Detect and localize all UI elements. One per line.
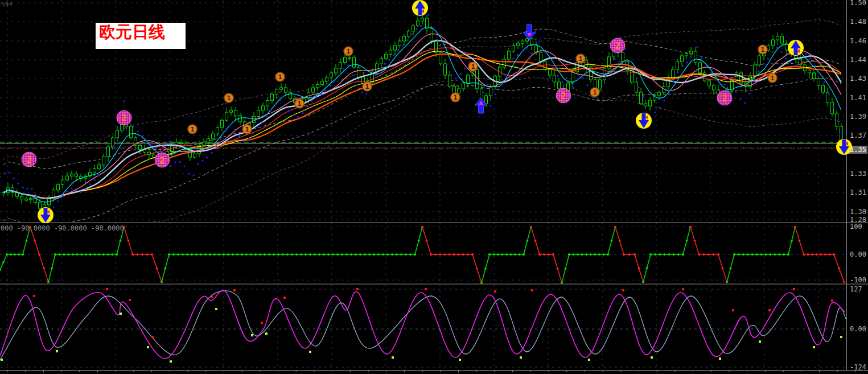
svg-text:1: 1 [245, 126, 249, 133]
semaphore2-dot-icon: 2 [155, 153, 170, 167]
axis-label: 1.37 [850, 131, 866, 139]
buy-semaphore-icon [836, 139, 852, 155]
semaphore1-dot-icon: 1 [224, 93, 233, 102]
axis-label: 1.46 [850, 37, 866, 45]
svg-text:1: 1 [593, 89, 597, 96]
semaphore1-dot-icon: 1 [758, 45, 767, 54]
svg-text:2: 2 [722, 93, 727, 104]
semaphore1-dot-icon: 1 [576, 54, 585, 63]
svg-text:1: 1 [191, 126, 195, 133]
semaphore2-dot-icon: 2 [117, 110, 131, 125]
chart-note-label[interactable]: 欧元日线 [96, 23, 186, 49]
axis-label: -100 [850, 276, 866, 284]
svg-text:2: 2 [615, 41, 620, 51]
axis-label: 1.44 [850, 56, 866, 64]
semaphore1-dot-icon: 1 [768, 73, 777, 83]
axis-label: 1.41 [850, 94, 866, 102]
svg-text:1: 1 [761, 46, 765, 54]
svg-text:1: 1 [771, 75, 775, 82]
semaphore2-dot-icon: 2 [22, 152, 36, 167]
indicator-values-text: 000 -90.0000 -90.0000 -90.0000 [1, 224, 124, 232]
axis-label: 0.00 [850, 325, 866, 333]
axis-label: 1.33 [850, 170, 866, 178]
semaphore1-dot-icon: 1 [242, 125, 252, 134]
svg-text:1: 1 [298, 100, 302, 108]
svg-text:1: 1 [347, 48, 351, 55]
bar-count-text: 594 [1, 1, 13, 8]
chart-canvas[interactable]: 1.501.481.461.441.431.411.391.371.331.31… [0, 0, 868, 374]
axis-label: 1.48 [850, 18, 866, 26]
axis-label: 0.00 [850, 250, 866, 258]
axis-label: 100 [850, 223, 862, 231]
axis-label: 1.43 [850, 75, 866, 83]
semaphore1-dot-icon: 1 [363, 82, 372, 91]
semaphore1-dot-icon: 1 [451, 93, 460, 102]
semaphore1-dot-icon: 1 [344, 47, 353, 56]
svg-text:1: 1 [365, 83, 369, 91]
axis-label: 127 [850, 285, 862, 293]
buy-semaphore-icon [636, 113, 652, 129]
buy-semaphore-icon [38, 207, 54, 223]
svg-text:1: 1 [454, 94, 458, 101]
semaphore1-dot-icon: 1 [295, 99, 304, 108]
svg-text:2: 2 [26, 155, 31, 165]
axis-label: 1.50 [850, 0, 866, 7]
svg-text:1: 1 [579, 55, 583, 63]
axis-label: -124 [850, 363, 866, 371]
semaphore1-dot-icon: 1 [188, 125, 197, 134]
semaphore1-dot-icon: 1 [590, 88, 599, 97]
semaphore2-dot-icon: 2 [556, 88, 571, 103]
semaphore2-dot-icon: 2 [717, 91, 732, 105]
svg-text:2: 2 [121, 113, 126, 124]
semaphore1-dot-icon: 1 [468, 62, 478, 71]
svg-text:2: 2 [561, 91, 566, 101]
axis-label: 1.39 [850, 113, 866, 121]
sell-semaphore-icon [788, 40, 804, 56]
axis-label: 1.31 [850, 188, 866, 196]
svg-text:2: 2 [159, 155, 164, 166]
semaphore1-dot-icon: 1 [275, 72, 285, 81]
svg-text:1: 1 [471, 63, 475, 71]
svg-text:1.35: 1.35 [850, 146, 866, 154]
semaphore2-dot-icon: 2 [610, 38, 625, 53]
svg-text:1: 1 [278, 73, 282, 81]
svg-text:1: 1 [227, 94, 231, 102]
sell-semaphore-icon [412, 0, 428, 16]
chart-note-text: 欧元日线 [96, 23, 186, 41]
trading-chart-window: 1.501.481.461.441.431.411.391.371.331.31… [0, 0, 868, 374]
axis-label: 1.30 [850, 208, 866, 216]
